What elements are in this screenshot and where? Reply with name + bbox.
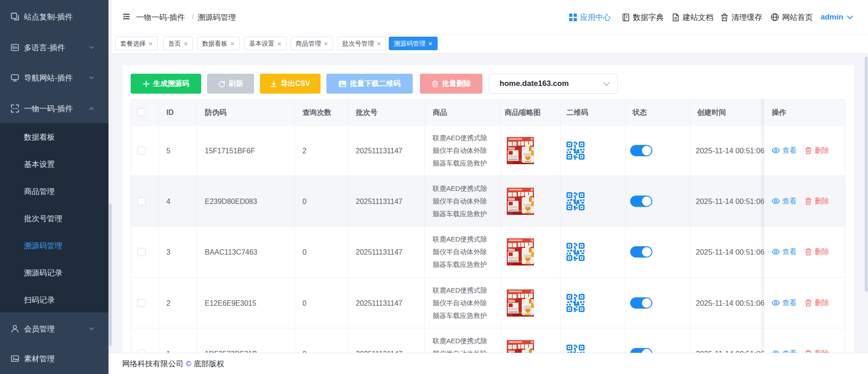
svg-text:En: En (13, 45, 18, 50)
